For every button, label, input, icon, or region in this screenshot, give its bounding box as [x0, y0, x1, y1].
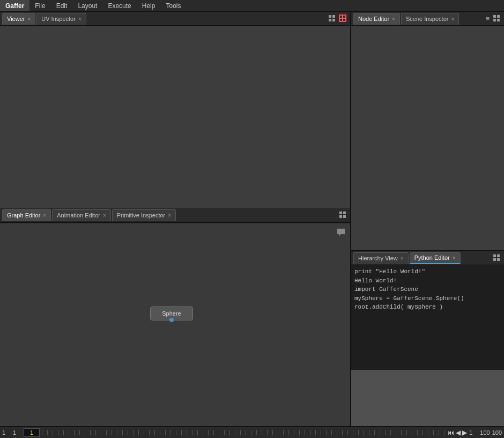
- svg-rect-18: [497, 258, 500, 261]
- close-animation-tab[interactable]: ×: [103, 213, 106, 218]
- timeline-go-start[interactable]: ⏮: [448, 429, 454, 436]
- svg-rect-8: [343, 211, 346, 214]
- timeline-playback-num: 1: [469, 429, 478, 436]
- node-editor-tab-bar: Node Editor × Scene Inspector × ≡: [351, 12, 504, 26]
- timeline-end-num: 100: [480, 429, 490, 436]
- node-connector[interactable]: [169, 318, 174, 322]
- menu-edit[interactable]: Edit: [51, 0, 73, 11]
- tab-primitive-inspector[interactable]: Primitive Inspector ×: [112, 209, 176, 221]
- svg-rect-10: [343, 215, 346, 218]
- tab-uv-inspector[interactable]: UV Inspector ×: [36, 13, 86, 25]
- svg-rect-11: [493, 15, 496, 18]
- timeline-frame-start: 1: [2, 429, 11, 436]
- menu-help[interactable]: Help: [137, 0, 161, 11]
- timeline-prev-frame[interactable]: ◀: [456, 429, 461, 436]
- close-viewer-tab[interactable]: ×: [27, 16, 31, 22]
- python-line-1: print "Hello World!": [354, 267, 501, 276]
- node-editor-menu-icon[interactable]: ≡: [484, 14, 491, 23]
- tab-hierarchy-view[interactable]: Hierarchy View ×: [353, 252, 409, 264]
- svg-rect-13: [493, 19, 496, 21]
- viewer-tab-bar: Viewer × UV Inspector ×: [0, 12, 350, 26]
- timeline-ruler: [42, 430, 446, 435]
- svg-rect-16: [497, 254, 500, 257]
- graph-grid-icon[interactable]: [337, 211, 348, 220]
- svg-rect-12: [497, 15, 500, 18]
- menu-file[interactable]: File: [29, 0, 50, 11]
- python-grid-icon[interactable]: [491, 254, 502, 262]
- svg-rect-17: [493, 258, 496, 261]
- menu-tools[interactable]: Tools: [160, 0, 186, 11]
- graph-node-sphere[interactable]: Sphere: [150, 306, 193, 320]
- tab-python-editor[interactable]: Python Editor ×: [410, 252, 461, 264]
- python-line-3: import GafferScene: [354, 285, 501, 294]
- close-node-editor-tab[interactable]: ×: [392, 16, 395, 22]
- tab-viewer[interactable]: Viewer ×: [2, 13, 35, 25]
- viewer-extra-icon[interactable]: [337, 14, 348, 23]
- bottom-right: Hierarchy View × Python Editor ×: [351, 251, 504, 426]
- svg-rect-9: [339, 215, 342, 218]
- menu-layout[interactable]: Layout: [72, 0, 102, 11]
- svg-rect-2: [329, 19, 331, 21]
- menu-gaffer[interactable]: Gaffer: [0, 0, 29, 11]
- right-panel: Node Editor × Scene Inspector × ≡: [351, 12, 504, 426]
- tab-graph-editor[interactable]: Graph Editor ×: [2, 209, 51, 221]
- left-panel: Viewer × UV Inspector ×: [0, 12, 351, 426]
- python-line-2: Hello World!: [354, 276, 501, 286]
- close-uv-tab[interactable]: ×: [78, 16, 81, 22]
- timeline-bar: 1 1 ⏮ ◀ ▶ 1 100 100: [0, 426, 504, 438]
- tab-scene-inspector[interactable]: Scene Inspector ×: [401, 13, 459, 25]
- tab-animation-editor[interactable]: Animation Editor ×: [52, 209, 111, 221]
- graph-content[interactable]: Sphere: [0, 223, 350, 426]
- timeline-frame-current: 1: [13, 429, 21, 436]
- close-graph-tab[interactable]: ×: [43, 213, 46, 218]
- menu-execute[interactable]: Execute: [102, 0, 136, 11]
- graph-editor-panel: Sphere: [0, 222, 350, 426]
- python-line-4: mySphere = GafferScene.Sphere(): [354, 294, 501, 303]
- close-primitive-tab[interactable]: ×: [168, 213, 171, 218]
- python-tab-bar: Hierarchy View × Python Editor ×: [351, 251, 504, 265]
- viewer-panel: [0, 26, 350, 208]
- graph-editor-tab-bar: Graph Editor × Animation Editor × Primit…: [0, 208, 350, 222]
- svg-rect-7: [339, 211, 342, 214]
- tab-node-editor[interactable]: Node Editor ×: [353, 13, 400, 25]
- node-editor-content: [351, 26, 504, 251]
- svg-rect-0: [329, 15, 331, 18]
- chat-icon[interactable]: [336, 228, 346, 239]
- timeline-frame-input[interactable]: [24, 428, 40, 437]
- close-hierarchy-tab[interactable]: ×: [401, 256, 404, 261]
- python-editor-content[interactable]: print "Hello World!" Hello World! import…: [351, 265, 504, 370]
- main-area: Viewer × UV Inspector ×: [0, 12, 504, 426]
- timeline-controls: ⏮ ◀ ▶: [448, 429, 467, 436]
- scene-inspector-lower: [351, 370, 504, 426]
- python-line-5: root.addChild( mySphere ): [354, 303, 501, 312]
- close-scene-inspector-tab[interactable]: ×: [451, 16, 454, 22]
- svg-rect-1: [332, 15, 335, 18]
- timeline-play[interactable]: ▶: [462, 429, 467, 436]
- timeline-end-num2: 100: [492, 429, 502, 436]
- menu-bar: Gaffer File Edit Layout Execute Help Too…: [0, 0, 504, 12]
- python-editor-panel: print "Hello World!" Hello World! import…: [351, 265, 504, 370]
- svg-rect-14: [497, 19, 500, 21]
- close-python-tab[interactable]: ×: [453, 255, 456, 261]
- node-editor-view: [351, 26, 504, 250]
- svg-rect-15: [493, 254, 496, 257]
- node-editor-grid-icon[interactable]: [491, 14, 502, 23]
- svg-rect-3: [332, 19, 335, 21]
- viewer-grid-icon[interactable]: [327, 14, 337, 23]
- viewer-content: [0, 26, 350, 208]
